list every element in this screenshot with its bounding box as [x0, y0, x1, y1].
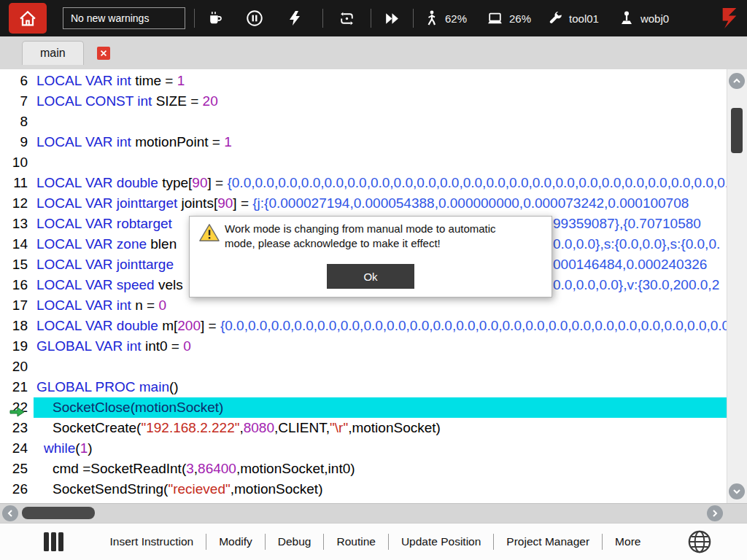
- scroll-left-button[interactable]: [2, 505, 18, 521]
- chevron-left-icon: [5, 508, 15, 518]
- wrench-icon: [547, 10, 564, 27]
- lightning-icon: [286, 9, 303, 27]
- fast-forward-button[interactable]: [383, 9, 401, 28]
- joystick-icon: [618, 9, 635, 27]
- monitor-indicator[interactable]: 26%: [486, 9, 531, 28]
- code-text: GLOBAL VAR int int0 = 0: [34, 336, 727, 357]
- home-button[interactable]: [9, 3, 47, 34]
- cup-icon: [206, 9, 225, 28]
- scroll-up-button[interactable]: [729, 73, 745, 89]
- code-text: [34, 152, 727, 173]
- code-line-20[interactable]: 20: [0, 357, 727, 377]
- menu-item-insert-instruction[interactable]: Insert Instruction: [98, 535, 206, 548]
- scroll-down-button[interactable]: [729, 483, 745, 499]
- code-line-17[interactable]: 17LOCAL VAR int n = 0: [0, 295, 727, 316]
- line-number: 25: [0, 459, 34, 479]
- code-text: LOCAL VAR int n = 0: [34, 295, 727, 316]
- instruction-list-button[interactable]: [44, 532, 63, 551]
- line-number: 9: [0, 132, 34, 152]
- line-number: 6: [0, 71, 34, 91]
- loop-icon: [338, 9, 356, 28]
- ok-button[interactable]: Ok: [327, 264, 414, 289]
- line-number: 13: [0, 214, 34, 234]
- wobj-indicator[interactable]: wobj0: [618, 9, 669, 27]
- code-line-18[interactable]: 18LOCAL VAR double m[200] = {0.0,0.0,0.0…: [0, 316, 727, 336]
- code-line-22[interactable]: 22SocketClose(motionSocket): [0, 397, 727, 418]
- line-number: 22: [0, 397, 34, 418]
- code-line-19[interactable]: 19GLOBAL VAR int int0 = 0: [0, 336, 727, 357]
- cup-button[interactable]: [206, 9, 225, 28]
- speed-value: 62%: [445, 12, 467, 25]
- status-message-box[interactable]: No new warnings: [63, 7, 185, 29]
- menu-item-project-manager[interactable]: Project Manager: [494, 535, 602, 548]
- tool-indicator[interactable]: tool01: [547, 10, 599, 27]
- code-text: LOCAL VAR double m[200] = {0.0,0.0,0.0,0…: [34, 316, 727, 336]
- tab-main[interactable]: main: [22, 41, 84, 65]
- code-line-24[interactable]: 24while(1): [0, 438, 727, 459]
- tool-value: tool01: [569, 12, 599, 25]
- scroll-right-button[interactable]: [707, 505, 723, 521]
- bars-icon: [44, 532, 49, 551]
- code-line-7[interactable]: 7LOCAL CONST int SIZE = 20: [0, 91, 727, 112]
- line-number: 20: [0, 357, 34, 377]
- code-line-6[interactable]: 6LOCAL VAR int time = 1: [0, 71, 727, 91]
- code-text: LOCAL VAR int motionPoint = 1: [34, 132, 727, 152]
- menu-item-modify[interactable]: Modify: [206, 535, 265, 548]
- code-line-8[interactable]: 8: [0, 112, 727, 132]
- code-text: SocketCreate("192.168.2.222",8080,CLIENT…: [34, 418, 727, 438]
- work-mode-dialog: Work mode is changing from manual mode t…: [189, 216, 552, 298]
- speed-indicator[interactable]: 62%: [422, 9, 467, 27]
- chevron-up-icon: [732, 76, 742, 86]
- brand-logo-icon: [719, 6, 740, 31]
- code-line-21[interactable]: 21GLOBAL PROC main(): [0, 377, 727, 397]
- line-number: 11: [0, 173, 34, 193]
- menu-item-more[interactable]: More: [603, 535, 653, 548]
- code-line-10[interactable]: 10: [0, 152, 727, 173]
- tab-label: main: [40, 47, 66, 60]
- loop-button[interactable]: [338, 9, 356, 28]
- code-text: [34, 112, 727, 132]
- code-line-25[interactable]: 25cmd =SocketReadInt(3,86400,motionSocke…: [0, 459, 727, 479]
- selected-code-text: SocketClose(motionSocket): [34, 397, 727, 418]
- code-line-9[interactable]: 9LOCAL VAR int motionPoint = 1: [0, 132, 727, 152]
- line-number: 15: [0, 254, 34, 275]
- status-message: No new warnings: [71, 12, 149, 24]
- tab-bar: main: [0, 36, 747, 69]
- code-line-23[interactable]: 23SocketCreate("192.168.2.222",8080,CLIE…: [0, 418, 727, 438]
- horizontal-scrollbar-track[interactable]: [0, 503, 747, 523]
- teach-pendant-screen: No new warnings: [0, 0, 747, 560]
- language-button[interactable]: [687, 529, 712, 554]
- chevron-right-icon: [710, 508, 720, 518]
- code-line-11[interactable]: 11LOCAL VAR double type[90] = {0.0,0.0,0…: [0, 173, 727, 193]
- menu-item-routine[interactable]: Routine: [324, 535, 387, 548]
- code-text: GLOBAL PROC main(): [34, 377, 727, 397]
- lightning-button[interactable]: [286, 9, 303, 27]
- vertical-scrollbar-thumb[interactable]: [731, 108, 743, 153]
- line-number: 7: [0, 91, 34, 112]
- close-tab-button[interactable]: [97, 47, 110, 60]
- dialog-message: Work mode is changing from manual mode t…: [225, 222, 525, 251]
- code-text: LOCAL VAR int time = 1: [34, 71, 727, 91]
- globe-icon: [687, 529, 712, 554]
- warning-triangle-icon: [198, 222, 220, 246]
- code-text: LOCAL VAR jointtarget joints[90] = {j:{0…: [34, 193, 727, 214]
- pause-button[interactable]: [245, 9, 264, 28]
- line-number: 18: [0, 316, 34, 336]
- menu-item-debug[interactable]: Debug: [266, 535, 324, 548]
- menu-items: Insert InstructionModifyDebugRoutineUpda…: [63, 534, 687, 550]
- horizontal-scrollbar-thumb[interactable]: [22, 507, 95, 519]
- walking-person-icon: [422, 9, 440, 27]
- separator: [322, 9, 323, 28]
- chevron-down-icon: [732, 486, 742, 497]
- line-number: 14: [0, 234, 34, 254]
- separator: [371, 9, 371, 28]
- code-text: cmd =SocketReadInt(3,86400,motionSocket,…: [34, 459, 727, 479]
- line-number: 26: [0, 479, 34, 499]
- code-line-12[interactable]: 12LOCAL VAR jointtarget joints[90] = {j:…: [0, 193, 727, 214]
- menu-item-update-position[interactable]: Update Position: [389, 535, 493, 548]
- separator: [413, 9, 414, 28]
- code-text: LOCAL CONST int SIZE = 20: [34, 91, 727, 112]
- code-line-26[interactable]: 26SocketSendString("recieved",motionSock…: [0, 479, 727, 499]
- line-number: 23: [0, 418, 34, 438]
- vertical-scrollbar-track[interactable]: [727, 69, 747, 503]
